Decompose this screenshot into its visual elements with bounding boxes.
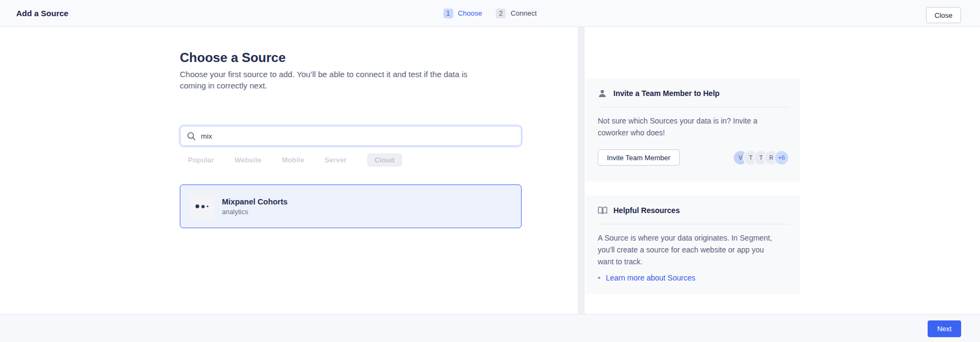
source-category: analytics (222, 208, 288, 216)
page-title: Add a Source (16, 9, 69, 18)
helpful-resources-panel: Helpful Resources A Source is where your… (586, 195, 800, 294)
bullet-icon: • (598, 272, 600, 283)
modal-header: Add a Source 1 Choose 2 Connect Close (0, 0, 980, 27)
next-button[interactable]: Next (928, 320, 961, 337)
page-heading: Choose a Source (180, 50, 286, 65)
resource-link-item: • Learn more about Sources (598, 272, 788, 283)
step-connect: 2 Connect (496, 9, 537, 18)
tab-cloud[interactable]: Cloud (367, 153, 402, 167)
invite-panel-title: Invite a Team Member to Help (613, 89, 720, 98)
step-connect-label: Connect (511, 9, 537, 17)
source-filter-tabs: Popular Website Mobile Server Cloud (188, 153, 402, 167)
tab-server[interactable]: Server (325, 153, 346, 167)
invite-panel-body: Not sure which Sources your data is in? … (598, 115, 776, 139)
invite-row: Invite Team Member V T T R +6 (598, 149, 788, 166)
step-choose-number: 1 (443, 9, 453, 18)
divider (598, 107, 788, 107)
person-icon (598, 89, 607, 98)
invite-panel-header: Invite a Team Member to Help (598, 88, 788, 99)
source-text: Mixpanel Cohorts analytics (222, 197, 288, 216)
scrollbar-track[interactable] (578, 27, 585, 314)
mixpanel-logo-icon (190, 194, 214, 219)
tab-mobile[interactable]: Mobile (282, 153, 304, 167)
divider (598, 224, 788, 224)
team-avatar-stack: V T T R +6 (734, 151, 788, 165)
tab-popular[interactable]: Popular (188, 153, 214, 167)
search-icon (187, 132, 196, 141)
wizard-steps: 1 Choose 2 Connect (443, 9, 537, 18)
search-input[interactable] (201, 132, 515, 140)
step-choose: 1 Choose (443, 9, 482, 18)
resources-panel-header: Helpful Resources (598, 205, 788, 216)
source-result-mixpanel-cohorts[interactable]: Mixpanel Cohorts analytics (180, 184, 522, 228)
source-name: Mixpanel Cohorts (222, 197, 288, 207)
resources-panel-title: Helpful Resources (613, 206, 680, 215)
resources-panel-body: A Source is where your data originates. … (598, 232, 781, 268)
tab-website[interactable]: Website (234, 153, 261, 167)
invite-panel: Invite a Team Member to Help Not sure wh… (586, 78, 800, 182)
source-search[interactable] (180, 126, 522, 146)
step-choose-label: Choose (458, 9, 482, 17)
modal-footer: Next (0, 314, 980, 342)
book-icon (598, 206, 607, 215)
learn-more-sources-link[interactable]: Learn more about Sources (606, 272, 695, 283)
page-description: Choose your first source to add. You’ll … (180, 69, 490, 91)
close-button[interactable]: Close (926, 7, 961, 23)
step-connect-number: 2 (496, 9, 506, 18)
invite-team-member-button[interactable]: Invite Team Member (598, 149, 680, 166)
avatar-overflow-badge: +6 (775, 151, 788, 165)
